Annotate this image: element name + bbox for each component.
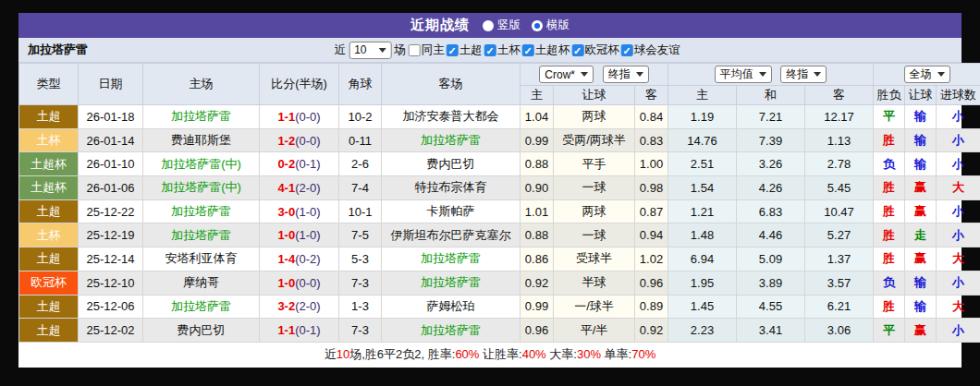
handicap-result: 输 [905,128,937,152]
away-team[interactable]: 卡斯帕萨 [382,199,521,223]
crow-handicap: 平手 [554,152,635,176]
league-type-badge: 土杯 [19,223,79,247]
filter-checkbox-label: 土超杯 [535,42,570,58]
league-type-badge: 土超 [19,295,79,319]
checkbox-checked-icon [621,44,633,56]
outcome-result: 胜 [874,199,905,223]
avg-final-odds-value: 终指 [786,66,808,82]
outcome-result: 胜 [874,176,905,200]
avg-home-odds: 1.95 [668,271,737,295]
home-team[interactable]: 加拉塔萨雷 [143,199,260,223]
crow-final-odds-value: 终指 [608,66,631,82]
league-type-badge: 土超 [19,319,79,343]
table-row: 土超杯26-01-10加拉塔萨雷(中)0-2(0-1)2-6费内巴切0.88平手… [19,152,980,176]
avg-draw-odds: 4.26 [737,176,805,200]
home-team[interactable]: 安塔利亚体育 [143,247,260,271]
avg-odds-select[interactable]: 平均值 [715,66,772,83]
odds-source-select[interactable]: Crow* [539,66,594,83]
filter-checkbox[interactable]: 球会友谊 [621,42,680,58]
away-team[interactable]: 特拉布宗体育 [382,176,521,200]
home-team[interactable]: 加拉塔萨雷 [143,105,260,129]
goals-result: 大 [937,176,980,200]
crow-home-odds: 0.99 [521,128,554,152]
filter-checkbox[interactable]: 同主 [409,42,445,58]
half-score: (0-0) [295,276,320,290]
full-score: 1-0 [277,276,295,290]
crow-handicap: 两球 [554,199,635,223]
crow-away-odds: 1.02 [635,247,668,271]
score-cell: 1-0(1-0) [260,223,339,247]
crow-handicap: 一球 [554,223,635,247]
filter-checkbox[interactable]: 土杯 [484,42,521,58]
goals-result: 小 [937,271,980,295]
league-type-badge: 土杯 [19,128,79,152]
home-team[interactable]: 加拉塔萨雷(中) [143,152,260,176]
half-score: (0-0) [295,134,320,148]
league-type-badge: 土超 [19,199,79,223]
avg-draw-odds: 5.09 [737,247,805,271]
outcome-result: 胜 [874,295,905,319]
filter-checkbox[interactable]: 土超杯 [522,42,570,58]
avg-home-odds: 6.94 [668,247,737,271]
away-team[interactable]: 加拉塔萨雷 [382,128,521,152]
home-team[interactable]: 加拉塔萨雷(中) [143,176,260,200]
crow-home-odds: 0.92 [521,271,554,295]
avg-draw-odds: 7.39 [737,128,805,152]
filter-checkbox[interactable]: 欧冠杯 [571,42,619,58]
crow-away-odds: 0.89 [635,295,668,319]
view-option-radio[interactable]: 竖版 [483,18,521,33]
avg-away-odds: 10.47 [805,199,874,223]
filter-checkbox-label: 土超 [459,42,483,58]
filter-checkbox[interactable]: 土超 [447,42,483,58]
table-row: 欧冠杯25-12-10摩纳哥1-0(0-0)7-3加拉塔萨雷0.92半球0.96… [19,271,980,295]
handicap-result: 赢 [905,247,937,271]
col-header-type: 类型 [19,64,79,105]
checkbox-unchecked-icon [409,44,421,56]
chevron-down-icon [814,72,821,77]
full-score: 1-1 [277,110,295,124]
outcome-result: 平 [874,319,905,343]
home-team[interactable]: 摩纳哥 [143,271,260,295]
avg-final-odds-select[interactable]: 终指 [780,66,827,83]
crow-away-odds: 0.98 [635,176,668,200]
summary-stat-label: 大率: [546,347,577,361]
match-date: 25-12-19 [79,223,143,247]
crow-away-odds: 0.94 [635,223,668,247]
handicap-result: 输 [905,295,937,319]
table-row: 土超25-12-22加拉塔萨雷3-0(1-0)10-1卡斯帕萨1.01两球0.8… [19,199,980,223]
goals-result: 小 [937,128,980,152]
full-score: 0-2 [277,157,295,171]
full-score: 1-0 [277,228,295,242]
crow-home-odds: 1.04 [521,105,554,129]
avg-away-odds: 3.57 [805,271,874,295]
home-team[interactable]: 费内巴切 [143,319,260,343]
scope-select[interactable]: 全场 [904,66,950,83]
away-team[interactable]: 加拉塔萨雷 [382,319,521,343]
away-team[interactable]: 萨姆松珀 [382,295,521,319]
crow-final-odds-select[interactable]: 终指 [603,66,649,83]
view-option-selected[interactable]: 横版 [532,18,570,33]
outcome-result: 负 [874,152,905,176]
away-team[interactable]: 加济安泰普大都会 [382,105,521,129]
away-team[interactable]: 加拉塔萨雷 [382,247,521,271]
home-team[interactable]: 加拉塔萨雷 [143,295,260,319]
away-team[interactable]: 伊斯坦布尔巴萨克塞尔 [382,223,521,247]
corner-score: 7-3 [339,319,382,343]
away-team[interactable]: 加拉塔萨雷 [382,271,521,295]
result-group-header: 全场 [874,64,980,86]
away-team[interactable]: 费内巴切 [382,152,521,176]
corner-score: 7-4 [339,176,382,200]
score-cell: 1-4(0-2) [260,247,339,271]
col-header-avg-draw: 和 [737,86,805,105]
match-date: 25-12-02 [79,319,143,343]
match-count-select[interactable]: 10 [349,42,391,59]
handicap-result: 赢 [905,319,937,343]
league-type-badge: 土超杯 [19,152,79,176]
table-row: 土超25-12-02费内巴切1-1(0-1)7-3加拉塔萨雷0.96平/半0.9… [19,319,980,343]
match-date: 26-01-06 [79,176,143,200]
checkbox-checked-icon [571,44,583,56]
half-score: (2-0) [295,299,320,313]
outcome-result: 平 [874,105,905,129]
home-team[interactable]: 加拉塔萨雷 [143,223,260,247]
home-team[interactable]: 费迪耶斯堡 [143,128,260,152]
